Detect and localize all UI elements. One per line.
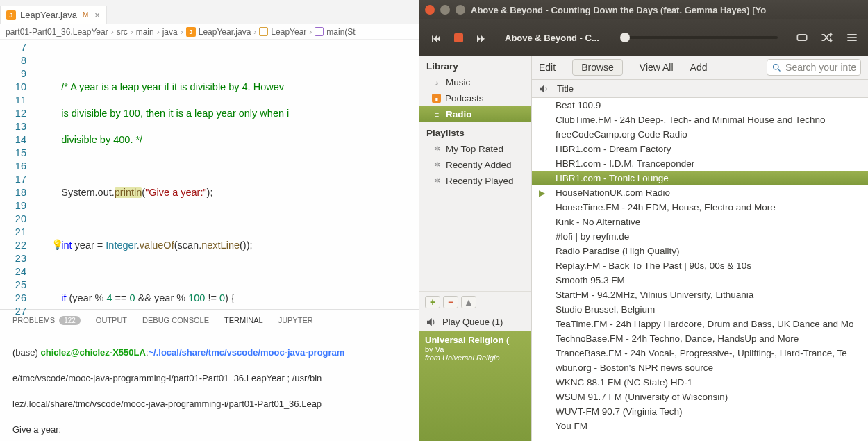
search-icon — [771, 63, 782, 73]
station-title: TeaTime.FM - 24h Happy Hardcore, Drum an… — [556, 319, 853, 329]
terminal[interactable]: (base) chiclez@chiclez-X550LA:~/.local/s… — [0, 331, 419, 441]
station-row[interactable]: Studio Brussel, Belgium — [532, 302, 868, 317]
sidebar-item-radio[interactable]: ≡Radio — [419, 106, 531, 122]
edit-button[interactable]: Edit — [539, 62, 556, 73]
code-editor[interactable]: 789101112131415161718192021222324252627 … — [0, 40, 419, 309]
sidebar-item-recentlyadded[interactable]: ✲Recently Added — [419, 157, 531, 173]
queue-item[interactable]: Universal Religion ( by Va from Universa… — [419, 331, 531, 441]
panel-tab-debug[interactable]: DEBUG CONSOLE — [142, 316, 209, 324]
repeat-button[interactable] — [794, 30, 810, 45]
svg-rect-1 — [847, 34, 856, 35]
station-row[interactable]: ▶HouseNationUK.com Radio — [532, 185, 868, 200]
station-title: Smooth 95.3 FM — [556, 275, 625, 285]
breadcrumb-item[interactable]: main(St — [326, 27, 355, 37]
shuffle-button[interactable] — [819, 30, 835, 45]
station-title: WSUM 91.7 FM (University of Wisconsin) — [556, 392, 728, 402]
station-list[interactable]: Beat 100.9ClubTime.FM - 24h Deep-, Tech-… — [532, 98, 868, 441]
rhythmbox-body: Library ♪Music ∎Podcasts ≡Radio Playlist… — [419, 56, 868, 441]
station-title: StartFM - 94.2MHz, Vilnius University, L… — [556, 290, 753, 300]
browse-button[interactable]: Browse — [572, 59, 623, 76]
station-row[interactable]: TranceBase.FM - 24h Vocal-, Progressive-… — [532, 346, 868, 360]
station-row[interactable]: Replay.FM - Back To The Past | 90s, 00s … — [532, 258, 868, 273]
speaker-icon — [425, 316, 437, 328]
station-row[interactable]: wbur.org - Boston's NPR news source — [532, 360, 868, 375]
breadcrumb-item[interactable]: LeapYear.java — [199, 27, 251, 37]
search-input[interactable]: Search your inte — [767, 59, 861, 76]
breadcrumb-item[interactable]: main — [136, 27, 154, 37]
panel-tab-output[interactable]: OUTPUT — [96, 316, 127, 324]
station-row[interactable]: freeCodeCamp.org Code Radio — [532, 127, 868, 142]
station-row[interactable]: Radio Paradise (High Quality) — [532, 244, 868, 258]
seek-knob[interactable] — [620, 33, 630, 42]
breadcrumb-item[interactable]: LeapYear — [271, 27, 306, 37]
remove-playlist-button[interactable]: − — [443, 296, 458, 308]
station-row[interactable]: Kink - No Alternative — [532, 215, 868, 229]
class-symbol-icon — [259, 27, 268, 36]
station-row[interactable]: You FM — [532, 419, 868, 433]
breadcrumbs[interactable]: part01-Part01_36.LeapYear› src› main› ja… — [0, 24, 419, 40]
breadcrumb-item[interactable]: part01-Part01_36.LeapYear — [6, 27, 108, 37]
sidebar: Library ♪Music ∎Podcasts ≡Radio Playlist… — [419, 56, 532, 441]
sidebar-item-music[interactable]: ♪Music — [419, 74, 531, 90]
station-title: ClubTime.FM - 24h Deep-, Tech- and Minim… — [556, 115, 825, 125]
window-close-button[interactable] — [425, 5, 435, 15]
station-title: #lofi | by reyfm.de — [556, 231, 629, 242]
playing-icon: ▶ — [539, 188, 545, 198]
window-title: Above & Beyond - Counting Down the Days … — [471, 5, 766, 15]
smart-playlist-icon: ✲ — [432, 160, 442, 170]
station-title: WKNC 88.1 FM (NC State) HD-1 — [556, 377, 692, 388]
search-placeholder: Search your inte — [785, 62, 856, 73]
station-row[interactable]: HouseTime.FM - 24h EDM, House, Electro a… — [532, 200, 868, 215]
stop-button[interactable] — [454, 33, 463, 42]
breadcrumb-item[interactable]: java — [162, 27, 178, 37]
tab-label: LeapYear.java — [20, 10, 77, 20]
sidebar-item-mytoprated[interactable]: ✲My Top Rated — [419, 141, 531, 157]
tab-close-icon[interactable]: × — [92, 10, 102, 20]
panel-tab-jupyter[interactable]: JUPYTER — [278, 316, 313, 324]
station-row[interactable]: WSUM 91.7 FM (University of Wisconsin) — [532, 390, 868, 404]
station-row[interactable]: #lofi | by reyfm.de — [532, 229, 868, 244]
station-row[interactable]: ClubTime.FM - 24h Deep-, Tech- and Minim… — [532, 113, 868, 127]
prev-track-button[interactable]: ⏮ — [428, 29, 444, 46]
add-playlist-button[interactable]: + — [425, 296, 440, 308]
column-header[interactable]: Title — [532, 80, 868, 98]
radio-icon: ≡ — [432, 110, 442, 119]
rss-icon: ∎ — [432, 94, 441, 103]
sidebar-item-recentlyplayed[interactable]: ✲Recently Played — [419, 173, 531, 189]
station-row[interactable]: HBR1.com - Dream Factory — [532, 142, 868, 156]
station-title: TranceBase.FM - 24h Vocal-, Progressive-… — [556, 348, 847, 358]
editor-tabbar: J LeapYear.java M × — [0, 0, 419, 24]
add-button[interactable]: Add — [690, 62, 708, 73]
play-queue-header[interactable]: Play Queue (1) — [419, 313, 531, 331]
eject-button[interactable]: ▲ — [461, 296, 476, 308]
station-title: Kink - No Alternative — [556, 217, 640, 227]
window-titlebar[interactable]: Above & Beyond - Counting Down the Days … — [419, 0, 868, 19]
station-row[interactable]: Beat 100.9 — [532, 98, 868, 113]
viewall-button[interactable]: View All — [640, 62, 674, 73]
editor-tab[interactable]: J LeapYear.java M × — [0, 6, 107, 24]
panel-tab-terminal[interactable]: TERMINAL — [224, 316, 263, 326]
station-row[interactable]: WKNC 88.1 FM (NC State) HD-1 — [532, 375, 868, 390]
next-track-button[interactable]: ⏭ — [473, 29, 490, 46]
method-symbol-icon — [315, 27, 324, 36]
station-row[interactable]: TeaTime.FM - 24h Happy Hardcore, Drum an… — [532, 317, 868, 331]
station-row[interactable]: WUVT-FM 90.7 (Virginia Tech) — [532, 404, 868, 419]
window-maximize-button[interactable] — [456, 5, 465, 15]
smart-playlist-icon: ✲ — [432, 144, 442, 154]
sidebar-item-podcasts[interactable]: ∎Podcasts — [419, 90, 531, 106]
station-row[interactable]: Smooth 95.3 FM — [532, 273, 868, 288]
window-minimize-button[interactable] — [440, 5, 450, 15]
station-row[interactable]: TechnoBase.FM - 24h Techno, Dance, Hands… — [532, 331, 868, 346]
queue-item-title: Universal Religion ( — [425, 335, 526, 345]
vscode-window: J LeapYear.java M × part01-Part01_36.Lea… — [0, 0, 419, 441]
station-row[interactable]: StartFM - 94.2MHz, Vilnius University, L… — [532, 288, 868, 302]
bottom-panel: PROBLEMS122 OUTPUT DEBUG CONSOLE TERMINA… — [0, 309, 419, 441]
code-area[interactable]: /* A year is a leap year if it is divisi… — [39, 40, 419, 309]
station-title: HouseTime.FM - 24h EDM, House, Electro a… — [556, 202, 776, 213]
app-menu-button[interactable] — [844, 30, 860, 45]
sidebar-buttons: + − ▲ — [419, 291, 531, 313]
station-row[interactable]: HBR1.com - Tronic Lounge — [532, 171, 868, 185]
station-row[interactable]: HBR1.com - I.D.M. Tranceponder — [532, 156, 868, 171]
seek-slider[interactable] — [621, 36, 778, 39]
breadcrumb-item[interactable]: src — [117, 27, 128, 37]
